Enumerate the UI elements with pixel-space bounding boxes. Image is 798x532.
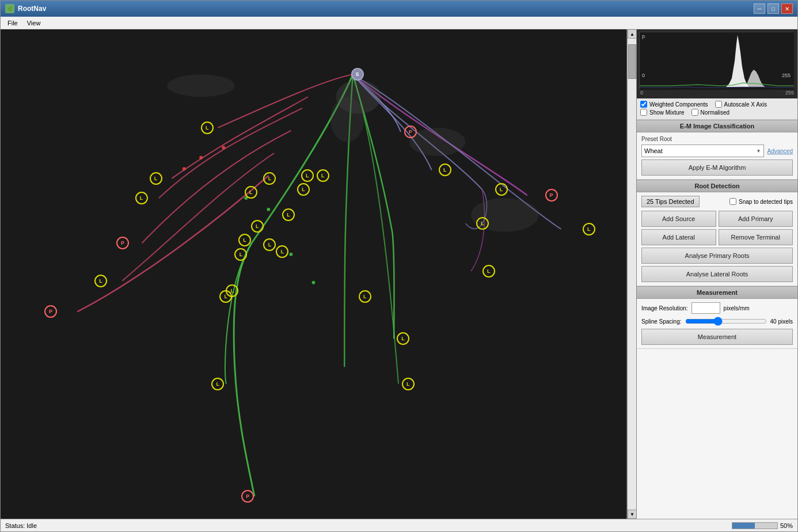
node-L7[interactable]: L (297, 183, 310, 196)
vertical-scrollbar[interactable]: ▲ ▼ (627, 29, 636, 519)
status-text: Status: Idle (5, 522, 37, 529)
scroll-down-button[interactable]: ▼ (628, 510, 637, 519)
analyse-lateral-button[interactable]: Analyse Lateral Roots (641, 266, 793, 282)
node-L5[interactable]: L (301, 169, 314, 182)
hist-bottom-max: 255 (785, 90, 794, 96)
show-mixture-label: Show Mixture (649, 109, 685, 116)
scroll-thumb[interactable] (628, 44, 636, 79)
svg-rect-12 (640, 32, 794, 90)
root-detection-header: Root Detection (637, 180, 797, 192)
node-L6[interactable]: L (317, 169, 329, 182)
node-P1[interactable]: P (404, 126, 417, 138)
node-L13[interactable]: L (238, 234, 251, 246)
resolution-input[interactable] (691, 302, 720, 314)
node-L14[interactable]: L (263, 238, 276, 251)
autoscale-x-checkbox[interactable] (715, 101, 722, 108)
node-L23[interactable]: L (359, 290, 371, 303)
pixels-mm-label: pixels/mm (724, 305, 750, 311)
minimize-button[interactable]: ─ (754, 3, 765, 14)
node-L26[interactable]: L (402, 378, 415, 390)
node-P2[interactable]: P (116, 237, 129, 249)
snap-label: Snap to detected tips (739, 199, 793, 205)
preset-root-label: Preset Root (641, 136, 793, 142)
node-L16[interactable]: L (234, 248, 247, 261)
lateral-buttons-row: Add Lateral Remove Terminal (641, 229, 793, 245)
node-L15[interactable]: L (276, 245, 288, 258)
dropdown-arrow-icon: ▼ (757, 149, 761, 154)
normalised-checkbox[interactable] (691, 109, 698, 116)
node-L10[interactable]: L (495, 183, 508, 196)
resolution-row: Image Resolution: pixels/mm (641, 302, 793, 314)
spline-label: Spline Spacing: (641, 318, 682, 325)
node-L25[interactable]: L (211, 378, 224, 390)
node-P3[interactable]: P (545, 189, 558, 202)
hist-zero-label: 0 (642, 73, 645, 78)
node-S1[interactable]: S (351, 68, 364, 81)
node-L9[interactable]: L (439, 164, 451, 176)
node-L12[interactable]: L (251, 220, 264, 233)
node-L24[interactable]: L (397, 332, 409, 345)
node-L1[interactable]: L (201, 121, 214, 134)
node-L20[interactable]: L (583, 223, 595, 235)
add-lateral-button[interactable]: Add Lateral (641, 229, 716, 245)
node-P5[interactable]: P (241, 490, 254, 503)
hist-bottom-zero: 0 (640, 90, 643, 96)
histogram-section: Close p 0 255 (637, 29, 797, 98)
right-panel: Close p 0 255 (636, 29, 797, 519)
tips-detected-badge: 25 Tips Detected (641, 196, 700, 207)
node-L4[interactable]: L (263, 172, 276, 185)
measurement-header: Measurement (637, 286, 797, 299)
add-buttons-row: Add Source Add Primary (641, 211, 793, 227)
title-bar-left: 🌿 RootNav (5, 4, 46, 13)
main-window: 🌿 RootNav ─ □ ✕ File View (0, 0, 798, 532)
menu-view[interactable]: View (22, 18, 45, 28)
node-L11[interactable]: L (282, 208, 295, 221)
weighted-components-label: Weighted Components (649, 101, 708, 108)
node-L19[interactable]: L (94, 275, 107, 287)
spline-value: 40 pixels (770, 318, 793, 325)
remove-terminal-button[interactable]: Remove Terminal (719, 229, 793, 245)
spline-slider[interactable] (685, 317, 767, 325)
node-L18[interactable]: L (219, 290, 232, 303)
close-button[interactable]: ✕ (781, 3, 793, 14)
analyse-primary-button[interactable]: Analyse Primary Roots (641, 248, 793, 264)
snap-check-row: Snap to detected tips (729, 198, 793, 205)
menu-bar: File View (1, 17, 797, 29)
maximize-button[interactable]: □ (767, 3, 779, 14)
canvas-area[interactable]: SLPLLLLLLLLLLLPPLLLLLLLLLLLPLLLP (1, 29, 627, 519)
histogram-checkboxes: Weighted Components Autoscale X Axis Sho… (637, 98, 797, 120)
app-icon: 🌿 (5, 4, 14, 13)
show-mixture-row: Show Mixture Normalised (640, 109, 794, 116)
add-primary-button[interactable]: Add Primary (719, 211, 793, 227)
node-L3[interactable]: L (135, 192, 148, 204)
spline-row: Spline Spacing: 40 pixels (641, 317, 793, 325)
resolution-label: Image Resolution: (641, 305, 688, 311)
scroll-up-button[interactable]: ▲ (628, 29, 637, 39)
snap-checkbox[interactable] (729, 198, 736, 205)
node-P4[interactable]: P (44, 305, 57, 318)
hist-bottom-labels: 0 255 (639, 89, 795, 96)
node-L21[interactable]: L (476, 217, 489, 230)
node-L2[interactable]: L (150, 172, 162, 185)
weighted-components-row: Weighted Components Autoscale X Axis (640, 101, 794, 108)
main-content: SLPLLLLLLLLLLLPPLLLLLLLLLLLPLLLP ▲ ▼ Clo… (1, 29, 797, 519)
status-bar: Status: Idle 50% (1, 519, 797, 531)
add-source-button[interactable]: Add Source (641, 211, 716, 227)
advanced-link[interactable]: Advanced (764, 148, 793, 154)
show-mixture-checkbox[interactable] (640, 109, 647, 116)
weighted-components-checkbox[interactable] (640, 101, 647, 108)
node-L22[interactable]: L (482, 265, 495, 278)
node-L8[interactable]: L (245, 186, 257, 199)
preset-dropdown[interactable]: Wheat ▼ (641, 145, 764, 157)
hist-p-label: p (642, 33, 645, 39)
measurement-button[interactable]: Measurement (641, 329, 793, 345)
histogram-svg (640, 32, 794, 90)
root-detection-panel: 25 Tips Detected Snap to detected tips A… (637, 192, 797, 286)
preset-value: Wheat (644, 147, 663, 154)
normalised-label: Normalised (701, 109, 730, 116)
slider-container (685, 317, 767, 325)
menu-file[interactable]: File (3, 18, 22, 28)
zoom-section: 50% (732, 522, 793, 529)
zoom-label: 50% (780, 522, 793, 529)
apply-em-button[interactable]: Apply E-M Algorithm (641, 159, 793, 176)
